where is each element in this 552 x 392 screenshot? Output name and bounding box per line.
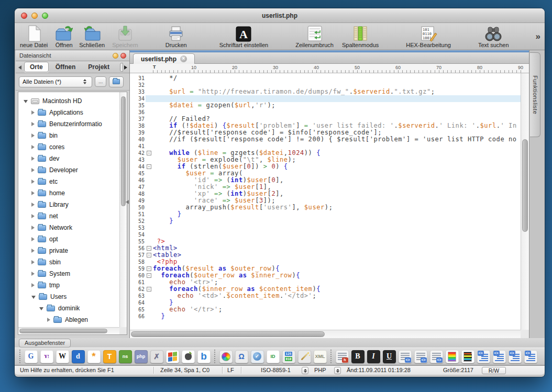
- new-file-button[interactable]: neue Datei: [20, 25, 48, 48]
- sidebar-minimize-button[interactable]: [113, 53, 118, 59]
- save-button[interactable]: Speichern: [112, 25, 138, 48]
- tab-scroll-right-icon[interactable]: [124, 65, 127, 70]
- editor-horizontal-scrollbar[interactable]: [130, 330, 521, 338]
- find-button[interactable]: Text suchen: [478, 25, 509, 48]
- tree-item-dev[interactable]: dev: [18, 153, 119, 164]
- close-window-button[interactable]: [21, 13, 27, 19]
- fold-marker-icon[interactable]: -: [147, 273, 151, 278]
- rainbow-doc-lines-icon[interactable]: [461, 350, 474, 363]
- zoom-window-button[interactable]: [42, 13, 48, 19]
- wrap-button[interactable]: Zeilenumbruch: [295, 25, 334, 48]
- tag-list-numbered-icon[interactable]: <>: [430, 350, 443, 363]
- editor-hscroll-thumb[interactable]: [131, 331, 325, 337]
- tree-item-ablegen[interactable]: Ablegen: [18, 314, 119, 326]
- editor-vscroll-thumb[interactable]: [522, 139, 528, 232]
- tree-item-macintosh-hd[interactable]: Macintosh HD: [18, 95, 119, 107]
- tree-item-system[interactable]: System: [18, 268, 119, 279]
- fold-marker-icon[interactable]: -: [147, 246, 151, 251]
- sidebar-tab-orte[interactable]: Orte: [24, 62, 49, 72]
- close-button[interactable]: Schließen: [79, 25, 105, 48]
- functions-list-tab[interactable]: Funktionsliste: [530, 52, 540, 137]
- code-format-icon-2[interactable]: <>: [493, 350, 506, 363]
- wikipedia-icon[interactable]: W: [56, 350, 69, 363]
- disclosure-open-icon[interactable]: [31, 296, 36, 299]
- disclosure-closed-icon[interactable]: [31, 272, 35, 276]
- sidebar-header[interactable]: Dateiansicht: [16, 50, 129, 61]
- print-button[interactable]: Drucken: [165, 25, 187, 48]
- read-write-mode-button[interactable]: R/W: [482, 367, 506, 374]
- tree-item-dominik[interactable]: dominik: [18, 303, 119, 314]
- disclosure-closed-icon[interactable]: [31, 156, 35, 161]
- google-icon[interactable]: G: [25, 350, 38, 363]
- disclosure-closed-icon[interactable]: [31, 283, 35, 287]
- disclosure-closed-icon[interactable]: [31, 110, 35, 115]
- tree-item-opt[interactable]: opt: [18, 233, 119, 245]
- sidebar-tab-projekt[interactable]: Projekt: [82, 62, 115, 72]
- thesaurus-icon[interactable]: T: [103, 350, 116, 363]
- disclosure-closed-icon[interactable]: [31, 214, 35, 218]
- tree-item-applications[interactable]: Applications: [18, 107, 119, 118]
- title-bar[interactable]: userlist.php: [15, 8, 545, 23]
- document-tab[interactable]: userlist.php ×: [133, 53, 195, 64]
- font-button[interactable]: ASchriftart einstellen: [219, 25, 269, 48]
- tree-item-private[interactable]: private: [18, 245, 119, 256]
- fold-marker-icon[interactable]: -: [147, 266, 151, 271]
- sidebar-close-button[interactable]: [120, 53, 126, 59]
- disclosure-open-icon[interactable]: [39, 307, 43, 310]
- fold-marker-icon[interactable]: -: [147, 151, 151, 155]
- tree-item-net[interactable]: net: [18, 210, 119, 222]
- yahoo-icon[interactable]: Y!: [40, 350, 53, 363]
- magic-wand-icon[interactable]: [298, 350, 311, 363]
- sidebar-divider-grip-icon[interactable]: [126, 200, 129, 204]
- hex-button[interactable]: 10101101001HEX-Bearbeitung: [406, 25, 451, 48]
- syntax-html-list-icon[interactable]: h: [336, 350, 349, 363]
- tree-item-developer[interactable]: Developer: [18, 164, 119, 176]
- columns-button[interactable]: Spaltenmodus: [342, 25, 379, 48]
- italic-icon[interactable]: I: [367, 350, 380, 363]
- disclosure-closed-icon[interactable]: [31, 122, 35, 126]
- underline-icon[interactable]: U: [383, 350, 396, 363]
- tree-horizontal-scrollbar[interactable]: [18, 327, 119, 334]
- file-filter-select[interactable]: Alle Dateien (*): [19, 76, 92, 87]
- fold-marker-icon[interactable]: -: [147, 287, 151, 292]
- sparkle-icon[interactable]: *: [87, 350, 101, 363]
- choose-folder-button[interactable]: [109, 76, 124, 87]
- netspeak-icon[interactable]: ns: [119, 350, 132, 363]
- language-stepper[interactable]: [334, 367, 341, 374]
- tree-item-benutzerinformatio[interactable]: Benutzerinformatio: [18, 118, 119, 130]
- tools-icon[interactable]: ✗: [150, 350, 163, 363]
- special-characters-icon[interactable]: Ω: [235, 350, 248, 363]
- tag-list-add-icon[interactable]: <>: [399, 350, 412, 363]
- xml-icon[interactable]: XML: [314, 350, 327, 363]
- partial-tab[interactable]: [120, 63, 123, 72]
- tab-scroll-left-icon[interactable]: [18, 65, 21, 70]
- open-button[interactable]: Öffnen: [55, 25, 73, 48]
- disclosure-closed-icon[interactable]: [31, 260, 35, 264]
- bold-icon[interactable]: B: [351, 350, 365, 363]
- editor-vertical-scrollbar[interactable]: [521, 73, 529, 330]
- tree-hscroll-thumb[interactable]: [19, 329, 107, 333]
- tree-item-users[interactable]: Users: [18, 291, 119, 303]
- bing-icon[interactable]: b: [197, 350, 211, 363]
- disclosure-closed-icon[interactable]: [31, 226, 35, 230]
- disclosure-closed-icon[interactable]: [31, 168, 35, 172]
- encoding-stepper[interactable]: [302, 367, 308, 374]
- disclosure-closed-icon[interactable]: [31, 203, 35, 207]
- code-format-icon-3[interactable]: <>: [509, 350, 522, 363]
- tree-item-etc[interactable]: etc: [18, 176, 119, 187]
- color-wheel-icon[interactable]: [219, 350, 233, 363]
- disclosure-open-icon[interactable]: [24, 100, 28, 103]
- tree-item-tmp[interactable]: tmp: [18, 279, 119, 291]
- disclosure-closed-icon[interactable]: [47, 318, 50, 322]
- tree-item-library[interactable]: Library: [18, 199, 119, 210]
- code-area[interactable]: 31 */3233 $url = "http://freewar.tiramon…: [130, 73, 521, 330]
- globe-validate-icon[interactable]: ✓: [251, 350, 264, 363]
- disclosure-closed-icon[interactable]: [31, 145, 35, 149]
- code-format-icon-4[interactable]: <>: [524, 350, 537, 363]
- windows-icon[interactable]: [166, 350, 179, 363]
- sidebar-tab-ffnen[interactable]: Öffnen: [50, 62, 82, 72]
- tree-item-sbin[interactable]: sbin: [18, 256, 119, 268]
- disclosure-closed-icon[interactable]: [31, 180, 35, 184]
- tree-item-home[interactable]: home: [18, 187, 119, 199]
- fold-marker-icon[interactable]: -: [147, 253, 151, 257]
